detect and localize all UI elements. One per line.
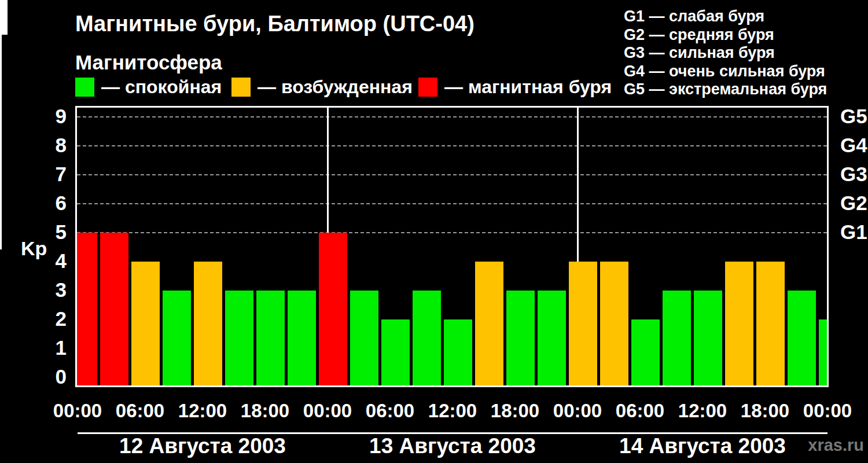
y-tick-left xyxy=(0,2,8,3)
gridline-kp6 xyxy=(77,203,827,204)
x-tick-major xyxy=(0,146,2,155)
gridline-kp7 xyxy=(77,174,827,175)
storm-scale-g1: G1 — слабая буря xyxy=(624,8,827,26)
y-tick-left xyxy=(0,5,8,7)
y-tick-label: 1 xyxy=(32,336,67,359)
kp-bar xyxy=(163,291,191,385)
x-tick-minor xyxy=(0,168,2,174)
y-tick-right xyxy=(0,19,8,21)
g-level-label-g4: G4 xyxy=(840,134,867,157)
gridline-kp8 xyxy=(77,145,827,146)
x-tick-major xyxy=(0,104,2,113)
x-tick-label: 12:00 xyxy=(668,400,737,422)
chart-title: Магнитные бури, Балтимор (UTC-04) xyxy=(75,12,475,36)
kp-bar xyxy=(444,319,472,385)
date-label: 12 Августа 2003 xyxy=(98,434,307,458)
date-bracket-tick xyxy=(0,210,2,220)
kp-bar xyxy=(694,291,722,385)
x-tick-label: 18:00 xyxy=(480,400,550,422)
kp-bar xyxy=(538,291,566,385)
x-tick-label: 00:00 xyxy=(43,400,112,422)
x-tick-major xyxy=(0,90,2,99)
legend-item-excited: — возбужденная xyxy=(231,77,413,97)
y-tick-right xyxy=(0,24,8,26)
x-tick-minor xyxy=(0,57,2,63)
kp-bar xyxy=(75,233,97,385)
gridline-kp9 xyxy=(77,116,827,117)
kp-bar xyxy=(100,233,128,385)
x-tick-major xyxy=(0,160,2,168)
kp-bar xyxy=(131,262,160,385)
kp-bar xyxy=(194,262,222,385)
kp-bar xyxy=(475,262,503,385)
x-tick-major xyxy=(0,35,2,43)
x-tick-minor xyxy=(0,85,2,90)
plot-area xyxy=(75,106,829,387)
legend-label-excited: — возбужденная xyxy=(258,76,413,98)
y-tick-right xyxy=(0,28,8,30)
y-tick-left xyxy=(0,0,8,2)
x-tick-label: 00:00 xyxy=(793,400,862,422)
y-tick-left xyxy=(0,14,8,16)
kp-bar xyxy=(225,291,253,385)
y-tick-left xyxy=(0,3,8,5)
kp-bar xyxy=(506,291,535,385)
y-tick-left xyxy=(0,9,8,10)
x-tick-major xyxy=(0,201,2,210)
legend-label-quiet: — спокойная xyxy=(101,76,222,98)
date-bracket-tick xyxy=(0,230,2,240)
y-tick-label: 2 xyxy=(32,307,67,330)
kp-bar xyxy=(569,262,597,385)
x-tick-label: 18:00 xyxy=(230,400,300,422)
legend-label-storm: — магнитная буря xyxy=(444,76,612,98)
kp-bar xyxy=(350,291,378,385)
g-level-label-g2: G2 xyxy=(840,192,867,215)
storm-color-swatch xyxy=(418,78,437,97)
x-tick-major xyxy=(0,76,2,85)
watermark: xras.ru xyxy=(808,436,864,455)
x-tick-major xyxy=(0,188,2,196)
y-tick-left xyxy=(0,10,8,12)
storm-scale-legend: G1 — слабая буря G2 — средняя буря G3 — … xyxy=(624,8,827,99)
kp-bar xyxy=(413,291,441,385)
y-tick-right xyxy=(0,30,8,31)
x-tick-minor xyxy=(0,113,2,118)
legend-item-quiet: — спокойная xyxy=(75,77,222,97)
kp-bar xyxy=(319,233,347,385)
y-tick-label: 8 xyxy=(32,134,67,157)
y-tick-left xyxy=(0,7,8,9)
kp-bar xyxy=(631,319,660,385)
kp-bar xyxy=(381,319,410,385)
quiet-color-swatch xyxy=(75,78,94,97)
date-label: 14 Августа 2003 xyxy=(598,434,807,458)
x-tick-minor xyxy=(0,155,2,160)
y-tick-label: 6 xyxy=(32,192,67,215)
kp-bar xyxy=(288,291,316,385)
x-tick-minor xyxy=(0,182,2,188)
kp-bar xyxy=(600,262,628,385)
x-tick-label: 00:00 xyxy=(543,400,612,422)
x-tick-major xyxy=(0,132,2,141)
y-tick-right xyxy=(0,23,8,24)
kp-bar xyxy=(756,262,785,385)
x-tick-label: 18:00 xyxy=(730,400,800,422)
x-tick-major xyxy=(0,174,2,182)
y-tick-label: 7 xyxy=(32,163,67,186)
y-tick-right xyxy=(0,17,8,19)
excited-color-swatch xyxy=(231,78,251,97)
storm-scale-g5: G5 — экстремальная буря xyxy=(624,80,827,99)
kp-bar xyxy=(788,291,816,385)
date-bracket-tick xyxy=(0,240,2,249)
y-tick-label: 0 xyxy=(32,365,67,388)
y-tick-right xyxy=(0,33,8,35)
x-tick-minor xyxy=(0,141,2,146)
g-level-label-g5: G5 xyxy=(840,105,867,128)
storm-scale-g4: G4 — очень сильная буря xyxy=(624,63,827,81)
kp-bar xyxy=(819,319,829,385)
kp-bar xyxy=(663,291,691,385)
x-tick-major xyxy=(0,49,2,57)
y-tick-left xyxy=(0,16,8,17)
x-tick-major xyxy=(0,63,2,71)
y-tick-left xyxy=(0,12,8,14)
y-tick-right xyxy=(0,21,8,23)
